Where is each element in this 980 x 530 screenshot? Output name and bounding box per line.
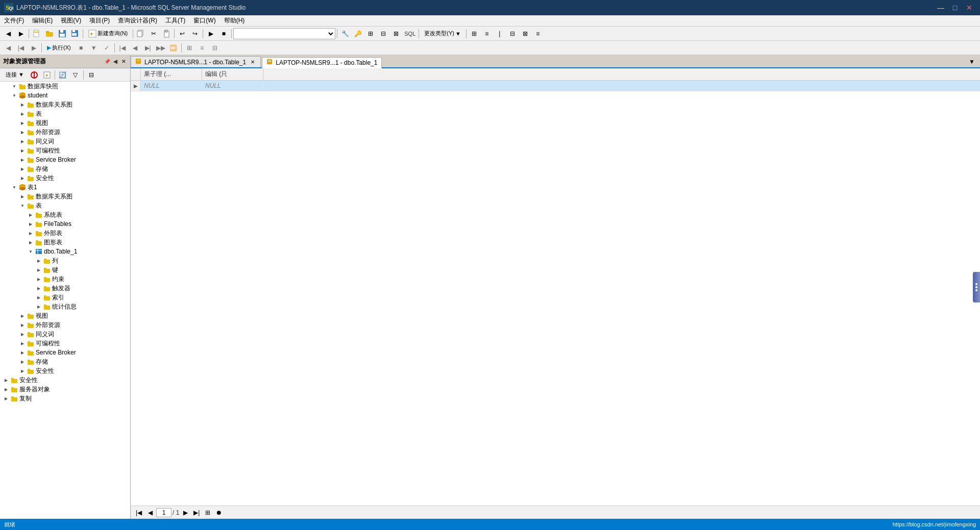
menu-item-e[interactable]: 编辑(E) [28,15,57,26]
expander-biao1-keys[interactable]: ▶ [35,266,43,274]
menu-item-r[interactable]: 查询设计器(R) [114,15,161,26]
tree-item-biao1-constraints[interactable]: ▶约束 [0,274,130,284]
exec-btn5[interactable]: ⏩ [167,42,180,54]
expander-replicate[interactable]: ▶ [2,394,10,402]
expander-biao1-storage[interactable]: ▶ [18,358,27,366]
tree-item-student-security[interactable]: ▶安全性 [0,173,130,183]
expander-biao1-constraints[interactable]: ▶ [35,275,43,283]
execute-button[interactable]: ▶ 执行(X) [43,42,75,54]
expander-student-sb[interactable]: ▶ [18,156,27,164]
expander-biao1-security[interactable]: ▶ [18,367,27,375]
page-first-button[interactable]: |◀ [134,508,144,518]
expander-student-storage[interactable]: ▶ [18,165,27,173]
expander-student-prog[interactable]: ▶ [18,146,27,155]
expander-biao1-triggers[interactable]: ▶ [35,284,43,292]
page-prev-button[interactable]: ◀ [145,508,155,518]
tree-item-student[interactable]: ▼student [0,91,130,100]
expander-biao1-graph[interactable]: ▶ [27,238,35,246]
tree-item-biao1-synonyms[interactable]: ▶同义词 [0,330,130,339]
new-file-button[interactable] [31,28,43,39]
tree-item-security[interactable]: ▶安全性 [0,375,130,385]
tree-item-biao1[interactable]: ▼表1 [0,183,130,192]
tree-item-biao1-external2[interactable]: ▶外部资源 [0,320,130,330]
menu-item-p[interactable]: 项目(P) [85,15,114,26]
cut-button[interactable]: ✂ [148,28,160,39]
connect-button[interactable]: 连接 ▼ [2,69,28,81]
new-query-oe-button[interactable]: ✦ [41,69,53,81]
database-dropdown[interactable] [233,28,335,39]
expander-biao1-file[interactable]: ▶ [27,220,35,228]
close-button[interactable]: ✕ [963,3,976,13]
expander-biao1[interactable]: ▼ [10,183,18,191]
refresh-oe-button[interactable]: 🔄 [57,69,69,81]
tree-item-biao1-table1[interactable]: ▼dbo.Table_1 [0,247,130,256]
paste-button[interactable] [160,28,173,39]
expander-biao1-sb[interactable]: ▶ [18,348,27,357]
filter-oe-button[interactable]: ▽ [69,69,82,81]
exec-btn3[interactable]: ▶| [142,42,154,54]
expander-biao1-external2[interactable]: ▶ [18,321,27,329]
grid-cell-1-1[interactable]: NULL [141,81,202,91]
tree-item-biao1-security[interactable]: ▶安全性 [0,366,130,375]
page-refresh-button[interactable]: ⏺ [214,508,224,518]
stop-exec-button[interactable]: ■ [75,42,87,54]
disconnect-button[interactable] [28,69,40,81]
save-button[interactable] [56,28,68,39]
grid-cell-1-2[interactable]: NULL [202,81,263,91]
tb2-btn2[interactable]: |◀ [15,42,27,54]
expander-student-diagrams[interactable]: ▶ [18,100,27,109]
tree-item-replicate[interactable]: ▶复制 [0,394,130,403]
exec-btn8[interactable]: ⊟ [209,42,221,54]
save-all-button[interactable] [69,28,81,39]
expander-student-views[interactable]: ▶ [18,119,27,127]
tools-btn4[interactable]: ⊟ [377,28,389,39]
tree-item-biao1-graph[interactable]: ▶图形表 [0,238,130,247]
maximize-button[interactable]: □ [948,3,962,13]
tools-btn2[interactable]: 🔑 [352,28,364,39]
open-button[interactable] [43,28,56,39]
tab-1-close[interactable]: ✕ [249,59,256,66]
tree-item-student-prog[interactable]: ▶可编程性 [0,146,130,155]
tb2-btn1[interactable]: ◀ [2,42,14,54]
expander-student-external[interactable]: ▶ [18,128,27,136]
debug-exec-button[interactable]: ▼ [88,42,100,54]
minimize-button[interactable]: — [934,3,947,13]
tree-item-biao1-keys[interactable]: ▶键 [0,265,130,274]
page-next-button[interactable]: ▶ [180,508,190,518]
stop-button[interactable]: ■ [217,28,230,39]
exec-btn1[interactable]: |◀ [116,42,129,54]
expander-biao1-stats[interactable]: ▶ [35,302,43,311]
debug-button[interactable]: ▶ [205,28,217,39]
expander-biao1-table1[interactable]: ▼ [27,247,35,256]
expander-biao1-indexes[interactable]: ▶ [35,293,43,301]
forward-button[interactable]: ▶ [15,28,27,39]
expander-student-security[interactable]: ▶ [18,174,27,182]
menu-item-f[interactable]: 文件(F) [0,15,28,26]
collapse-oe-button[interactable]: ⊟ [85,69,97,81]
expander-biao1-views[interactable]: ▶ [18,312,27,320]
tree-item-biao1-sb[interactable]: ▶Service Broker [0,348,130,357]
back-button[interactable]: ◀ [2,28,14,39]
tree-item-biao1-diagrams[interactable]: ▶数据库关系图 [0,192,130,201]
menu-item-h[interactable]: 帮助(H) [220,15,249,26]
undo-button[interactable]: ↩ [176,28,188,39]
change-type-button[interactable]: 更改类型(Y)▼ [421,28,464,39]
expander-student[interactable]: ▼ [10,91,18,99]
tools-btn5[interactable]: ⊠ [390,28,402,39]
exec-btn7[interactable]: ≡ [196,42,208,54]
oe-auto-hide-button[interactable]: ◀ [112,58,119,65]
sql-btn3[interactable]: | [494,28,506,39]
page-current-input[interactable]: 1 [156,508,172,517]
side-handle[interactable] [973,272,980,302]
tools-btn1[interactable]: 🔧 [339,28,351,39]
redo-button[interactable]: ↪ [189,28,201,39]
tree-item-student-sb[interactable]: ▶Service Broker [0,155,130,164]
oe-pin-button[interactable]: 📌 [104,58,111,65]
expander-biao1-cols[interactable]: ▶ [35,257,43,265]
tree-item-student-external[interactable]: ▶外部资源 [0,128,130,137]
tree-item-biao1-sys[interactable]: ▶系统表 [0,210,130,219]
page-all-button[interactable]: ⊞ [203,508,213,518]
tab-2[interactable]: LAPTOP-N5MLSR9...1 - dbo.Table_1 [262,57,382,68]
tree-item-biao1-indexes[interactable]: ▶索引 [0,293,130,302]
tree-item-student-diagrams[interactable]: ▶数据库关系图 [0,100,130,109]
